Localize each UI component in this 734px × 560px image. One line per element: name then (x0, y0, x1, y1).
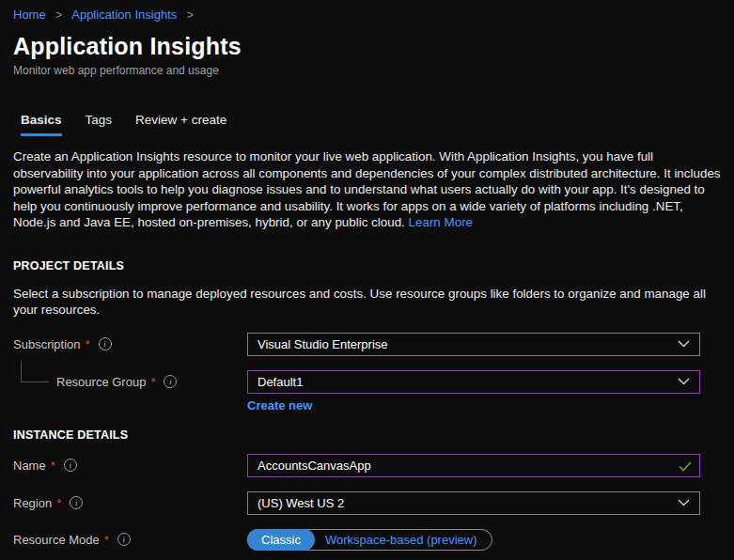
application-insights-create-page: Home > Application Insights > Applicatio… (0, 0, 734, 551)
chevron-down-icon (678, 378, 690, 385)
region-control: (US) West US 2 (247, 491, 700, 515)
breadcrumb-application-insights[interactable]: Application Insights (71, 8, 177, 22)
resource-mode-label-cell: Resource Mode * i (13, 533, 247, 547)
info-icon[interactable]: i (164, 375, 177, 388)
breadcrumb: Home > Application Insights > (13, 8, 721, 23)
required-asterisk: * (104, 533, 109, 547)
resource-group-control: Default1 (247, 370, 700, 394)
required-asterisk: * (51, 459, 55, 473)
valid-check-icon (679, 461, 692, 472)
info-icon[interactable]: i (70, 496, 83, 509)
instance-details-heading: INSTANCE DETAILS (13, 428, 721, 442)
create-new-line: Create new (247, 397, 721, 413)
info-icon[interactable]: i (117, 533, 131, 546)
info-icon[interactable]: i (99, 337, 112, 350)
resource-mode-option-workspace-based[interactable]: Workspace-based (preview) (315, 529, 492, 551)
learn-more-link[interactable]: Learn More (409, 215, 473, 229)
create-new-link[interactable]: Create new (247, 398, 312, 412)
project-details-heading: PROJECT DETAILS (13, 259, 721, 272)
resource-mode-toggle: Classic Workspace-based (preview) (247, 529, 492, 551)
page-title: Application Insights (13, 33, 721, 60)
intro-paragraph: Create an Application Insights resource … (13, 148, 721, 231)
resource-mode-label: Resource Mode (13, 533, 100, 547)
region-value: (US) West US 2 (258, 496, 344, 510)
resource-group-label: Resource Group (56, 375, 146, 389)
region-dropdown[interactable]: (US) West US 2 (247, 491, 700, 515)
subscription-dropdown[interactable]: Visual Studio Enterprise (247, 333, 700, 356)
required-asterisk: * (56, 496, 61, 510)
subscription-value: Visual Studio Enterprise (258, 337, 388, 351)
required-asterisk: * (86, 337, 90, 351)
name-row: Name * i (13, 454, 721, 477)
breadcrumb-separator: > (187, 8, 194, 22)
name-label: Name (13, 459, 46, 473)
breadcrumb-home[interactable]: Home (13, 8, 46, 22)
chevron-down-icon (678, 499, 690, 506)
info-icon[interactable]: i (64, 459, 77, 472)
name-control (247, 454, 700, 477)
region-label-cell: Region * i (13, 496, 247, 510)
subscription-row: Subscription * i Visual Studio Enterpris… (13, 333, 721, 356)
intro-text: Create an Application Insights resource … (13, 149, 721, 229)
resource-group-dropdown[interactable]: Default1 (247, 370, 700, 394)
name-label-cell: Name * i (13, 459, 247, 473)
tab-tags[interactable]: Tags (86, 113, 113, 136)
project-details-description: Select a subscription to manage deployed… (13, 286, 711, 318)
tab-basics[interactable]: Basics (21, 113, 62, 136)
tab-bar: Basics Tags Review + create (13, 113, 721, 136)
basics-form: Subscription * i Visual Studio Enterpris… (13, 333, 721, 551)
resource-group-value: Default1 (258, 375, 303, 389)
resource-group-row: Resource Group * i Default1 (13, 370, 721, 394)
page-subtitle: Monitor web app performance and usage (13, 64, 721, 77)
region-label: Region (13, 496, 52, 510)
resource-mode-option-classic[interactable]: Classic (247, 529, 315, 551)
subscription-control: Visual Studio Enterprise (247, 333, 700, 356)
resource-mode-row: Resource Mode * i Classic Workspace-base… (13, 529, 721, 551)
subscription-label-cell: Subscription * i (13, 337, 247, 351)
breadcrumb-separator: > (55, 8, 62, 22)
resource-mode-control: Classic Workspace-based (preview) (247, 529, 700, 551)
name-input-wrap (247, 454, 700, 477)
tab-review-create[interactable]: Review + create (135, 113, 226, 136)
chevron-down-icon (678, 340, 690, 348)
required-asterisk: * (150, 375, 155, 389)
name-input[interactable] (247, 454, 700, 477)
subscription-label: Subscription (13, 337, 81, 351)
region-row: Region * i (US) West US 2 (13, 491, 721, 515)
parent-child-connector (21, 361, 49, 382)
